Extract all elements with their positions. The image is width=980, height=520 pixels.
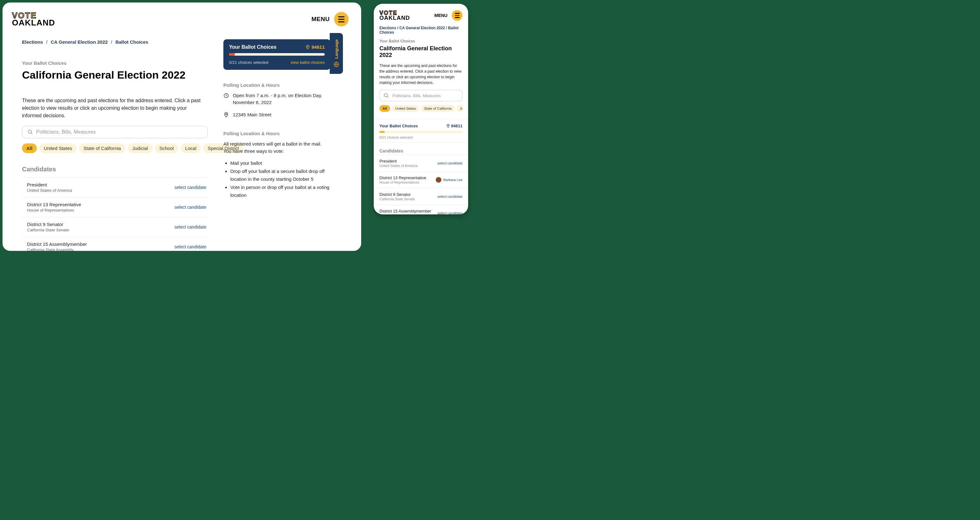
search-input[interactable] — [36, 129, 202, 135]
chip-state-california[interactable]: State of California — [421, 105, 455, 112]
candidate-title: District 15 Assemblymember — [379, 209, 431, 214]
menu-label: MENU — [312, 16, 330, 23]
desktop-view: VOTE OAKLAND MENU Elections / CA General… — [3, 3, 361, 251]
ballot-zip[interactable]: 94611 — [446, 124, 463, 128]
chip-state-california[interactable]: State of California — [79, 143, 125, 153]
candidate-title: District 13 Representative — [27, 202, 81, 207]
header: VOTE OAKLAND MENU — [374, 4, 468, 23]
choices-count: 0/21 choices selected — [379, 135, 463, 139]
candidates-list: President United States of America selec… — [22, 177, 208, 251]
menu-button[interactable] — [334, 12, 348, 26]
breadcrumb-elections[interactable]: Elections — [22, 39, 43, 44]
select-candidate-link[interactable]: select candidate — [438, 211, 463, 214]
candidate-subtitle: California State Assembly — [379, 214, 431, 214]
chip-school[interactable]: School — [155, 143, 178, 153]
candidate-title: District 13 Representative — [379, 176, 426, 180]
logo[interactable]: VOTE OAKLAND — [379, 10, 410, 21]
candidate-row[interactable]: President United States of America selec… — [22, 177, 208, 197]
pin-icon — [446, 124, 450, 128]
search-icon — [27, 129, 33, 135]
ballot-summary: Your Ballot Choices 94611 0/21 choices s… — [374, 119, 468, 143]
candidate-subtitle: United States of America — [379, 164, 417, 168]
logo-bottom: OAKLAND — [379, 16, 410, 21]
language-tab[interactable]: Language — [330, 33, 343, 74]
candidate-title: District 9 Senator — [379, 192, 415, 197]
voting-options-block: Polling Location & Hours All registered … — [223, 131, 330, 199]
voting-option: Drop off your ballot at a secure ballot … — [230, 167, 330, 183]
logo[interactable]: VOTE OAKLAND — [12, 12, 55, 27]
svg-point-6 — [384, 94, 388, 97]
filter-chips: All United States State of California Ju… — [379, 105, 463, 112]
chip-all[interactable]: All — [379, 105, 390, 112]
progress-bar — [229, 53, 325, 55]
intro-text: These are the upcoming and past election… — [22, 97, 208, 119]
select-candidate-link[interactable]: select candidate — [175, 225, 206, 230]
main-content: Elections / CA General Election 2022 / B… — [22, 39, 208, 247]
voting-option: Vote in person or drop off your ballot a… — [230, 183, 330, 199]
candidate-subtitle: California State Senate — [379, 197, 415, 201]
candidate-row[interactable]: President United States of America selec… — [374, 155, 468, 171]
eyebrow: Your Ballot Choices — [22, 60, 208, 66]
polling-title-2: Polling Location & Hours — [223, 131, 330, 136]
chip-local[interactable]: Local — [181, 143, 201, 153]
page-title: California General Election 2022 — [379, 45, 463, 59]
chip-all[interactable]: All — [22, 143, 37, 153]
candidate-row[interactable]: District 13 Representative House of Repr… — [374, 171, 468, 188]
chip-united-states[interactable]: United States — [392, 105, 419, 112]
search-icon — [383, 93, 389, 98]
chip-united-states[interactable]: United States — [39, 143, 76, 153]
view-ballot-link[interactable]: view ballot choices — [291, 60, 325, 65]
breadcrumb-ballot-choices[interactable]: Ballot Choices — [115, 39, 148, 44]
select-candidate-link[interactable]: select candidate — [175, 205, 206, 210]
breadcrumb-election-2022[interactable]: CA General Election 2022 — [399, 26, 445, 30]
chip-judicial[interactable]: Judicial — [128, 143, 152, 153]
candidate-row[interactable]: District 9 Senator California State Sena… — [374, 188, 468, 205]
select-candidate-link[interactable]: select candidate — [175, 244, 206, 249]
ballot-zip[interactable]: 94611 — [305, 44, 325, 50]
breadcrumb: Elections / CA General Election 2022 / B… — [22, 39, 208, 44]
svg-point-5 — [226, 114, 227, 115]
progress-fill — [379, 131, 385, 133]
candidates-heading: Candidates — [22, 166, 208, 173]
candidate-subtitle: House of Representatives — [27, 208, 81, 212]
select-candidate-link[interactable]: select candidate — [438, 161, 463, 165]
select-candidate-link[interactable]: select candidate — [438, 195, 463, 198]
polling-address: 12345 Main Street — [233, 111, 272, 119]
search-box[interactable] — [22, 126, 208, 138]
chip-judicial[interactable]: Judicial — [457, 105, 463, 112]
pin-icon — [223, 112, 229, 117]
clock-icon — [223, 93, 229, 98]
candidate-subtitle: United States of America — [27, 188, 72, 193]
selected-candidate[interactable]: Barbara Lee — [436, 177, 463, 183]
search-input[interactable] — [392, 94, 458, 98]
breadcrumb-elections[interactable]: Elections — [379, 26, 396, 30]
logo-bottom: OAKLAND — [12, 19, 55, 26]
ballot-title: Your Ballot Choices — [379, 124, 418, 128]
menu-group: MENU — [434, 10, 463, 21]
svg-point-3 — [307, 46, 308, 47]
mobile-view: VOTE OAKLAND MENU Elections / CA General… — [374, 4, 468, 214]
candidate-row[interactable]: District 9 Senator California State Sena… — [22, 217, 208, 237]
candidate-subtitle: California State Assembly — [27, 247, 87, 251]
svg-line-7 — [387, 96, 388, 98]
candidate-title: District 15 Assemblymember — [27, 241, 87, 247]
polling-hours-block: Polling Location & Hours Open from 7 a.m… — [223, 82, 330, 119]
language-label: Language — [334, 39, 339, 59]
search-box[interactable] — [379, 90, 463, 101]
select-candidate-link[interactable]: select candidate — [175, 185, 206, 190]
candidate-row[interactable]: District 13 Representative House of Repr… — [22, 197, 208, 217]
candidate-subtitle: House of Representatives — [379, 181, 426, 184]
candidate-row[interactable]: District 15 Assemblymember California St… — [22, 237, 208, 251]
globe-icon — [334, 62, 339, 67]
candidate-row[interactable]: District 15 Assemblymember California St… — [374, 205, 468, 214]
intro-text: These are the upcoming and past election… — [379, 63, 463, 86]
polling-title: Polling Location & Hours — [223, 82, 330, 88]
breadcrumb-election-2022[interactable]: CA General Election 2022 — [51, 39, 108, 44]
menu-label: MENU — [434, 13, 447, 18]
candidate-title: President — [27, 182, 72, 187]
header: VOTE OAKLAND MENU — [3, 3, 361, 30]
svg-point-8 — [448, 125, 449, 126]
voting-option: Mail your ballot — [230, 159, 330, 167]
menu-button[interactable] — [452, 10, 463, 21]
svg-line-1 — [31, 133, 32, 134]
